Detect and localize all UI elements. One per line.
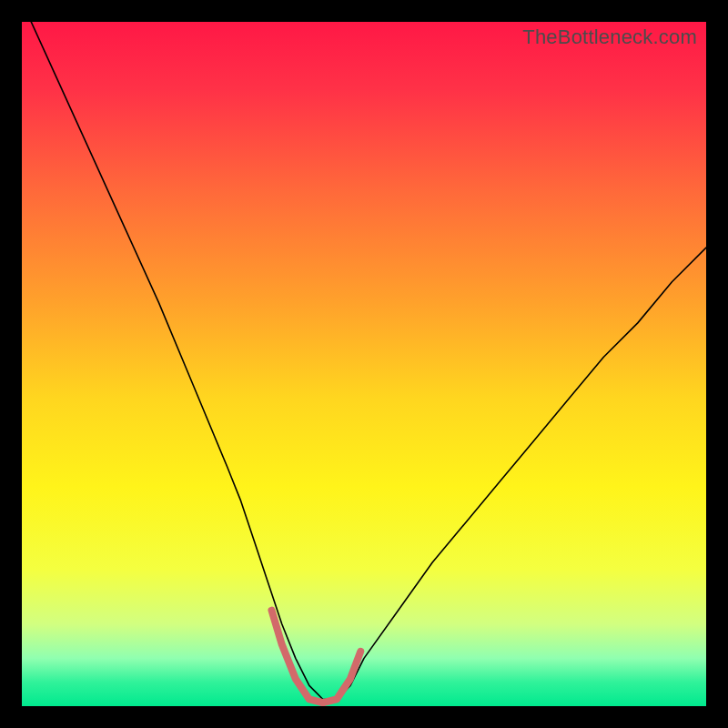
curve-layer: [22, 22, 706, 706]
series-bottleneck-curve: [22, 22, 706, 699]
chart-frame: TheBottleneck.com: [0, 0, 728, 728]
watermark-text: TheBottleneck.com: [522, 25, 697, 49]
series-optimum-marker: [271, 611, 360, 703]
plot-area: TheBottleneck.com: [22, 22, 706, 706]
